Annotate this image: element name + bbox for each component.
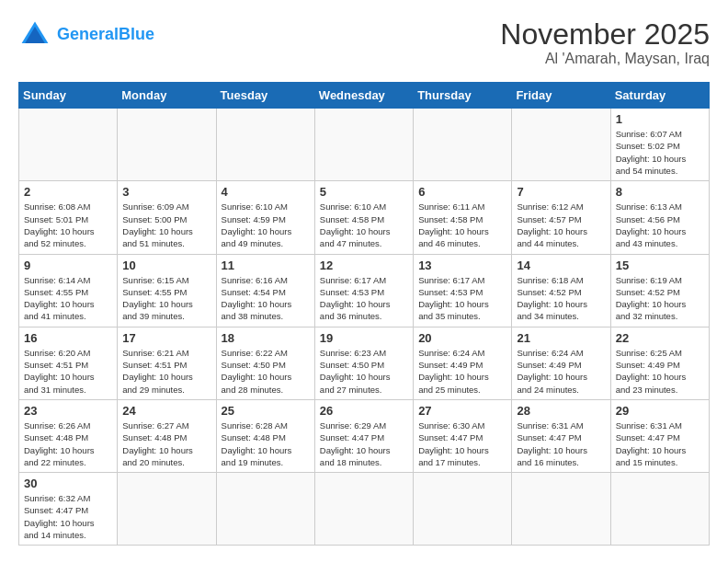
day-3: 3 Sunrise: 6:09 AMSunset: 5:00 PMDayligh…: [118, 181, 216, 254]
day-16: 16 Sunrise: 6:20 AMSunset: 4:51 PMDaylig…: [19, 327, 118, 399]
day-14: 14 Sunrise: 6:18 AMSunset: 4:52 PMDaylig…: [512, 254, 610, 327]
logo-icon: [18, 18, 51, 52]
calendar-row-3: 9 Sunrise: 6:14 AMSunset: 4:55 PMDayligh…: [19, 254, 710, 327]
calendar-header-row: Sunday Monday Tuesday Wednesday Thursday…: [19, 83, 710, 109]
day-21: 21 Sunrise: 6:24 AMSunset: 4:49 PMDaylig…: [512, 327, 610, 399]
day-11: 11 Sunrise: 6:16 AMSunset: 4:54 PMDaylig…: [216, 254, 314, 327]
day-18: 18 Sunrise: 6:22 AMSunset: 4:50 PMDaylig…: [216, 327, 314, 399]
logo-blue: Blue: [119, 25, 154, 43]
day-20: 20 Sunrise: 6:24 AMSunset: 4:49 PMDaylig…: [414, 327, 512, 399]
empty-cell: [314, 473, 413, 546]
empty-cell: [118, 473, 216, 546]
calendar-row-4: 16 Sunrise: 6:20 AMSunset: 4:51 PMDaylig…: [19, 327, 710, 399]
logo-text: GeneralBlue: [57, 26, 154, 44]
day-10: 10 Sunrise: 6:15 AMSunset: 4:55 PMDaylig…: [118, 254, 216, 327]
header-wednesday: Wednesday: [314, 83, 413, 109]
empty-cell: [118, 109, 216, 181]
day-13: 13 Sunrise: 6:17 AMSunset: 4:53 PMDaylig…: [414, 254, 512, 327]
day-22: 22 Sunrise: 6:25 AMSunset: 4:49 PMDaylig…: [610, 327, 709, 399]
calendar-title: November 2025: [500, 18, 710, 51]
logo-general: General: [57, 25, 119, 43]
day-6: 6 Sunrise: 6:11 AMSunset: 4:58 PMDayligh…: [414, 181, 512, 254]
empty-cell: [216, 473, 314, 546]
day-8: 8 Sunrise: 6:13 AMSunset: 4:56 PMDayligh…: [610, 181, 709, 254]
day-25: 25 Sunrise: 6:28 AMSunset: 4:48 PMDaylig…: [216, 399, 314, 472]
day-29: 29 Sunrise: 6:31 AMSunset: 4:47 PMDaylig…: [610, 399, 709, 472]
empty-cell: [512, 473, 610, 546]
day-4: 4 Sunrise: 6:10 AMSunset: 4:59 PMDayligh…: [216, 181, 314, 254]
header-monday: Monday: [118, 83, 216, 109]
empty-cell: [19, 109, 118, 181]
calendar-location: Al 'Amarah, Maysan, Iraq: [500, 51, 710, 67]
day-30: 30 Sunrise: 6:32 AMSunset: 4:47 PMDaylig…: [19, 473, 118, 546]
calendar-table: Sunday Monday Tuesday Wednesday Thursday…: [18, 82, 710, 546]
calendar-row-5: 23 Sunrise: 6:26 AMSunset: 4:48 PMDaylig…: [19, 399, 710, 472]
empty-cell: [414, 109, 512, 181]
header-tuesday: Tuesday: [216, 83, 314, 109]
empty-cell: [512, 109, 610, 181]
header-sunday: Sunday: [19, 83, 118, 109]
title-block: November 2025 Al 'Amarah, Maysan, Iraq: [500, 18, 710, 67]
day-9: 9 Sunrise: 6:14 AMSunset: 4:55 PMDayligh…: [19, 254, 118, 327]
day-17: 17 Sunrise: 6:21 AMSunset: 4:51 PMDaylig…: [118, 327, 216, 399]
logo: GeneralBlue: [18, 18, 154, 52]
day-5: 5 Sunrise: 6:10 AMSunset: 4:58 PMDayligh…: [314, 181, 413, 254]
day-2: 2 Sunrise: 6:08 AMSunset: 5:01 PMDayligh…: [19, 181, 118, 254]
page-header: GeneralBlue November 2025 Al 'Amarah, Ma…: [18, 18, 710, 67]
calendar-row-6: 30 Sunrise: 6:32 AMSunset: 4:47 PMDaylig…: [19, 473, 710, 546]
calendar-row-2: 2 Sunrise: 6:08 AMSunset: 5:01 PMDayligh…: [19, 181, 710, 254]
day-15: 15 Sunrise: 6:19 AMSunset: 4:52 PMDaylig…: [610, 254, 709, 327]
day-27: 27 Sunrise: 6:30 AMSunset: 4:47 PMDaylig…: [414, 399, 512, 472]
day-26: 26 Sunrise: 6:29 AMSunset: 4:47 PMDaylig…: [314, 399, 413, 472]
day-12: 12 Sunrise: 6:17 AMSunset: 4:53 PMDaylig…: [314, 254, 413, 327]
header-thursday: Thursday: [414, 83, 512, 109]
day-23: 23 Sunrise: 6:26 AMSunset: 4:48 PMDaylig…: [19, 399, 118, 472]
empty-cell: [314, 109, 413, 181]
header-saturday: Saturday: [610, 83, 709, 109]
day-1: 1 Sunrise: 6:07 AMSunset: 5:02 PMDayligh…: [610, 109, 709, 181]
day-19: 19 Sunrise: 6:23 AMSunset: 4:50 PMDaylig…: [314, 327, 413, 399]
empty-cell: [610, 473, 709, 546]
header-friday: Friday: [512, 83, 610, 109]
empty-cell: [414, 473, 512, 546]
day-28: 28 Sunrise: 6:31 AMSunset: 4:47 PMDaylig…: [512, 399, 610, 472]
day-24: 24 Sunrise: 6:27 AMSunset: 4:48 PMDaylig…: [118, 399, 216, 472]
calendar-row-1: 1 Sunrise: 6:07 AMSunset: 5:02 PMDayligh…: [19, 109, 710, 181]
day-7: 7 Sunrise: 6:12 AMSunset: 4:57 PMDayligh…: [512, 181, 610, 254]
empty-cell: [216, 109, 314, 181]
